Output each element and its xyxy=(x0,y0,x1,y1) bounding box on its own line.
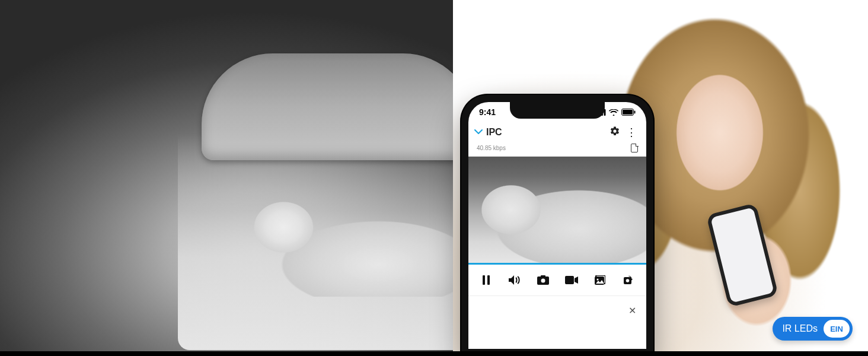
gallery-button[interactable] xyxy=(591,273,609,287)
crib-illustration xyxy=(178,42,486,350)
battery-icon xyxy=(621,109,636,116)
app-header: IPC ⋮ xyxy=(468,122,646,142)
video-toolbar xyxy=(468,265,646,296)
audio-button[interactable] xyxy=(506,273,524,287)
product-marketing-scene: 9:41 IPC xyxy=(0,0,868,356)
bitrate-label: 40.85 kbps xyxy=(477,145,506,151)
svg-rect-6 xyxy=(634,111,636,114)
snapshot-button[interactable] xyxy=(534,273,552,287)
hand-phone-illustration xyxy=(696,202,797,332)
face xyxy=(666,71,773,208)
more-menu-button[interactable]: ⋮ xyxy=(625,127,638,138)
svg-rect-8 xyxy=(487,275,490,285)
record-button[interactable] xyxy=(563,273,580,287)
sd-card-icon[interactable] xyxy=(631,144,638,152)
ir-leds-state: EIN xyxy=(824,320,850,338)
phone-frame: 9:41 IPC xyxy=(461,95,653,356)
bottom-panel: ✕ xyxy=(468,296,646,349)
svg-rect-5 xyxy=(623,110,633,115)
ir-leds-label: IR LEDs xyxy=(782,323,818,334)
svg-rect-12 xyxy=(565,276,574,284)
phone-screen: 9:41 IPC xyxy=(468,102,646,349)
close-panel-button[interactable]: ✕ xyxy=(626,304,638,316)
rotate-camera-button[interactable] xyxy=(620,273,637,287)
baby-illustration xyxy=(243,190,468,297)
svg-rect-10 xyxy=(541,275,545,277)
svg-point-15 xyxy=(597,279,599,281)
phone-notch xyxy=(510,102,605,119)
status-time: 9:41 xyxy=(479,107,496,117)
svg-point-11 xyxy=(541,279,545,283)
bottom-edge xyxy=(0,351,868,356)
chevron-down-icon[interactable] xyxy=(474,127,483,138)
ir-leds-toggle[interactable]: IR LEDs EIN xyxy=(773,317,853,341)
settings-button[interactable] xyxy=(608,126,621,139)
svg-point-17 xyxy=(626,279,630,282)
background-crib-scene xyxy=(0,0,462,356)
camera-title[interactable]: IPC xyxy=(486,127,605,138)
svg-rect-7 xyxy=(483,275,485,285)
wifi-icon xyxy=(609,109,618,116)
live-video-feed[interactable] xyxy=(468,156,646,263)
stream-info-bar: 40.85 kbps xyxy=(468,142,646,156)
pause-button[interactable] xyxy=(477,273,495,287)
